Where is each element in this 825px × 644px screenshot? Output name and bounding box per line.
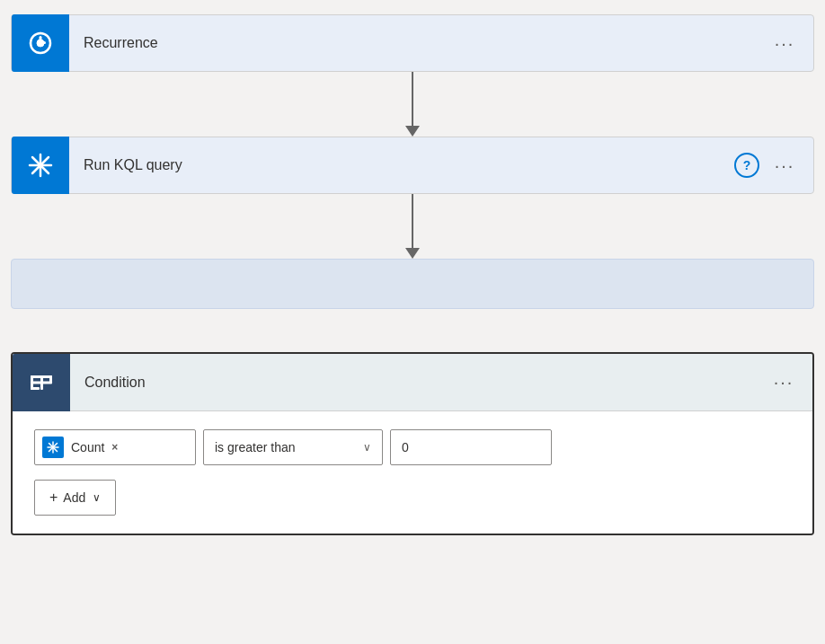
count-tag-icon-svg — [46, 440, 60, 454]
flow-container: Recurrence ··· Run KQL query ? — [11, 14, 814, 535]
count-tag-icon — [42, 437, 64, 458]
svg-point-8 — [38, 163, 43, 168]
condition-icon-svg — [27, 368, 56, 397]
help-icon: ? — [743, 158, 751, 172]
add-button[interactable]: + Add ∨ — [34, 480, 116, 516]
svg-rect-13 — [40, 375, 43, 390]
condition-body: Count × is greater than ∨ 0 + Add ∨ — [13, 411, 812, 534]
count-tag-text: Count — [71, 440, 104, 454]
recurrence-more-options-button[interactable]: ··· — [770, 29, 799, 57]
kql-help-button[interactable]: ? — [734, 153, 759, 178]
add-chevron-icon: ∨ — [93, 491, 101, 504]
condition-label: Condition — [70, 375, 769, 391]
kql-actions: ? ··· — [734, 151, 813, 180]
recurrence-step: Recurrence ··· — [11, 14, 814, 72]
arrow-line-2 — [412, 194, 413, 248]
condition-icon — [13, 354, 70, 411]
operator-select[interactable]: is greater than ∨ — [203, 429, 383, 465]
recurrence-label: Recurrence — [69, 35, 770, 51]
count-tag-close[interactable]: × — [111, 441, 118, 454]
kql-icon-svg — [26, 151, 55, 180]
svg-rect-14 — [49, 375, 52, 384]
recurrence-icon — [12, 14, 69, 72]
spacer — [11, 309, 814, 352]
condition-header: Condition ··· — [13, 354, 812, 411]
kql-step: Run KQL query ? ··· — [11, 137, 814, 194]
condition-more-options-button[interactable]: ··· — [769, 368, 798, 397]
value-text: 0 — [402, 440, 409, 454]
value-input[interactable]: 0 — [390, 429, 552, 465]
more-options-icon-3: ··· — [774, 372, 794, 393]
arrow-connector-1 — [405, 72, 420, 137]
plus-icon: + — [49, 490, 58, 506]
condition-row: Count × is greater than ∨ 0 — [34, 429, 791, 465]
kql-more-options-button[interactable]: ··· — [770, 151, 799, 180]
arrow-line-1 — [412, 72, 413, 126]
svg-rect-12 — [31, 375, 33, 390]
arrow-connector-2 — [405, 194, 420, 259]
condition-actions: ··· — [769, 368, 812, 397]
operator-text: is greater than — [215, 440, 296, 454]
kql-icon — [12, 137, 69, 194]
arrow-head-2 — [405, 248, 420, 259]
arrow-head-1 — [405, 126, 420, 137]
empty-step-placeholder — [11, 259, 814, 309]
recurrence-actions: ··· — [770, 29, 813, 57]
add-label: Add — [63, 490, 85, 505]
recurrence-icon-svg — [26, 29, 55, 57]
kql-label: Run KQL query — [69, 157, 734, 173]
more-options-icon-2: ··· — [775, 155, 795, 176]
more-options-icon: ··· — [775, 33, 795, 54]
condition-card: Condition ··· — [11, 352, 814, 535]
count-tag-input[interactable]: Count × — [34, 429, 196, 465]
svg-rect-3 — [40, 41, 46, 44]
chevron-down-icon: ∨ — [363, 441, 371, 454]
